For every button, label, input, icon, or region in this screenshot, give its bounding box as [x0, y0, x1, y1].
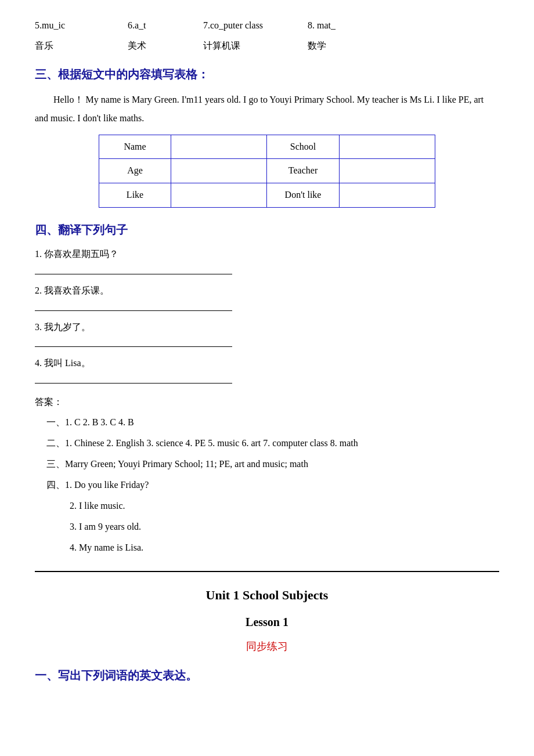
answer-line-3[interactable] [35, 337, 232, 347]
translate-chinese-3: 我九岁了。 [44, 322, 91, 332]
cell-name-value[interactable] [171, 135, 267, 159]
cell-age-label: Age [99, 159, 171, 183]
fill-item-7: 7.co_puter class [203, 17, 284, 34]
cell-school-value[interactable] [339, 135, 435, 159]
translate-num-1: 1. [35, 249, 44, 259]
section-one-title: 一、写出下列词语的英文表达。 [35, 665, 499, 686]
answer-line-4[interactable] [35, 373, 232, 384]
chinese-music: 音乐 [35, 38, 104, 55]
fill-table: Name School Age Teacher Like Don't like [99, 135, 435, 208]
translate-item-4: 4. 我叫 Lisa。 [35, 355, 499, 372]
sync-title: 同步练习 [35, 637, 499, 656]
table-row-3: Like Don't like [99, 183, 435, 208]
translate-chinese-4: 我叫 Lisa。 [44, 358, 91, 368]
answer-row-2: 二、1. Chinese 2. English 3. science 4. PE… [46, 434, 499, 453]
answers-section: 答案： 一、1. C 2. B 3. C 4. B 二、1. Chinese 2… [35, 394, 499, 557]
fill-blanks-row-chinese: 音乐 美术 计算机课 数学 [35, 38, 499, 55]
answer-row-6: 3. I am 9 years old. [70, 518, 499, 536]
fill-item-8: 8. mat_ [308, 17, 335, 34]
answer-row-7: 4. My name is Lisa. [70, 538, 499, 557]
section-four: 四、翻译下列句子 1. 你喜欢星期五吗？ 2. 我喜欢音乐课。 3. 我九岁了。… [35, 219, 499, 384]
answer-row-5: 2. I like music. [70, 497, 499, 515]
unit-title: Unit 1 School Subjects [35, 584, 499, 607]
cell-like-label: Like [99, 183, 171, 208]
cell-dontlike-label: Don't like [267, 183, 339, 208]
table-row-2: Age Teacher [99, 159, 435, 183]
cell-teacher-value[interactable] [339, 159, 435, 183]
cell-age-value[interactable] [171, 159, 267, 183]
section-three: 三、根据短文中的内容填写表格： Hello！ My name is Mary G… [35, 64, 499, 208]
lesson-title: Lesson 1 [35, 612, 499, 632]
fill-blanks-row-english: 5.mu_ic 6.a_t 7.co_puter class 8. mat_ [35, 17, 499, 34]
fill-item-5: 5.mu_ic [35, 17, 104, 34]
translate-num-4: 4. [35, 358, 44, 368]
cell-name-label: Name [99, 135, 171, 159]
translate-item-3: 3. 我九岁了。 [35, 319, 499, 336]
cell-school-label: School [267, 135, 339, 159]
cell-teacher-label: Teacher [267, 159, 339, 183]
new-unit-section: Unit 1 School Subjects Lesson 1 同步练习 一、写… [35, 584, 499, 686]
answers-title: 答案： [35, 394, 499, 411]
translate-num-3: 3. [35, 322, 44, 332]
section-three-title: 三、根据短文中的内容填写表格： [35, 64, 499, 85]
answer-row-4: 四、1. Do you like Friday? [46, 476, 499, 494]
page-divider [35, 571, 499, 572]
answer-line-2[interactable] [35, 301, 232, 311]
cell-dontlike-value[interactable] [339, 183, 435, 208]
chinese-computer: 计算机课 [203, 38, 284, 55]
cell-like-value[interactable] [171, 183, 267, 208]
fill-blanks-section: 5.mu_ic 6.a_t 7.co_puter class 8. mat_ 音… [35, 17, 499, 55]
section-four-title: 四、翻译下列句子 [35, 219, 499, 240]
answer-row-1: 一、1. C 2. B 3. C 4. B [46, 413, 499, 432]
passage-text: Hello！ My name is Mary Green. I'm11 year… [35, 91, 499, 128]
translate-chinese-1: 你喜欢星期五吗？ [44, 249, 118, 259]
fill-item-6: 6.a_t [128, 17, 180, 34]
translate-num-2: 2. [35, 285, 44, 295]
translate-item-2: 2. 我喜欢音乐课。 [35, 283, 499, 299]
answer-line-1[interactable] [35, 264, 232, 274]
translate-item-1: 1. 你喜欢星期五吗？ [35, 246, 499, 263]
chinese-art: 美术 [128, 38, 180, 55]
table-row-1: Name School [99, 135, 435, 159]
answer-row-3: 三、Marry Green; Youyi Primary School; 11;… [46, 455, 499, 473]
chinese-math: 数学 [308, 38, 326, 55]
translate-chinese-2: 我喜欢音乐课。 [44, 285, 109, 295]
